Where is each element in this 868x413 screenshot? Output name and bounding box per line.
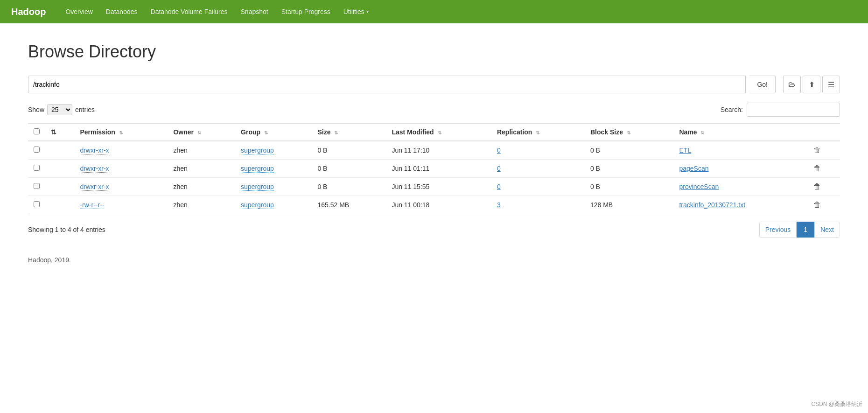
col-header-replication[interactable]: Replication ⇅ <box>491 124 585 141</box>
block-size-cell: 0 B <box>585 160 674 178</box>
name-link[interactable]: trackinfo_20130721.txt <box>679 201 745 209</box>
nav-utilities-label[interactable]: Utilities ▾ <box>337 0 375 23</box>
search-label: Search: <box>721 106 743 113</box>
name-link[interactable]: provinceScan <box>679 183 719 190</box>
table-row: drwxr-xr-xzhensupergroup0 BJun 11 15:550… <box>28 178 840 196</box>
navbar: Hadoop Overview Datanodes Datanode Volum… <box>0 0 868 23</box>
last-modified-cell: Jun 11 00:18 <box>386 196 491 214</box>
name-link[interactable]: pageScan <box>679 165 708 172</box>
select-all-header[interactable] <box>28 124 45 141</box>
entries-label: entries <box>75 106 95 113</box>
path-row: Go! 🗁 ⬆ ☰ <box>28 76 840 93</box>
nav-datanode-volume-failures[interactable]: Datanode Volume Failures <box>144 0 234 23</box>
nav-overview[interactable]: Overview <box>59 0 99 23</box>
last-modified-cell: Jun 11 15:55 <box>386 178 491 196</box>
nav-utilities-dropdown[interactable]: Utilities ▾ <box>337 0 375 23</box>
page-1-button[interactable]: 1 <box>797 222 814 238</box>
size-cell: 165.52 MB <box>312 196 386 214</box>
group-link[interactable]: supergroup <box>241 147 274 154</box>
delete-icon[interactable]: 🗑 <box>813 182 821 190</box>
row-checkbox[interactable] <box>34 165 40 171</box>
col-header-block-size[interactable]: Block Size ⇅ <box>585 124 674 141</box>
sort-icon: ⇅ <box>51 128 56 136</box>
show-entries-control: Show 10 25 50 100 entries <box>28 104 95 115</box>
upload-icon-button[interactable]: ⬆ <box>803 76 820 93</box>
delete-icon[interactable]: 🗑 <box>813 201 821 209</box>
owner-cell: zhen <box>168 178 235 196</box>
previous-button[interactable]: Previous <box>759 222 797 238</box>
col-header-group[interactable]: Group ⇅ <box>235 124 312 141</box>
delete-icon[interactable]: 🗑 <box>813 164 821 172</box>
go-button[interactable]: Go! <box>749 76 776 93</box>
showing-text: Showing 1 to 4 of 4 entries <box>28 226 105 233</box>
row-checkbox[interactable] <box>34 183 40 189</box>
sort-blocksize-icon: ⇅ <box>627 130 630 135</box>
next-button[interactable]: Next <box>814 222 840 238</box>
owner-cell: zhen <box>168 141 235 160</box>
select-all-checkbox[interactable] <box>34 128 40 134</box>
owner-cell: zhen <box>168 196 235 214</box>
size-cell: 0 B <box>312 160 386 178</box>
nav-startup-progress[interactable]: Startup Progress <box>275 0 337 23</box>
block-size-cell: 0 B <box>585 141 674 160</box>
sort-replication-icon: ⇅ <box>536 130 539 135</box>
search-input[interactable] <box>747 103 840 117</box>
table-row: -rw-r--r--zhensupergroup165.52 MBJun 11 … <box>28 196 840 214</box>
col-header-last-modified[interactable]: Last Modified ⇅ <box>386 124 491 141</box>
group-link[interactable]: supergroup <box>241 165 274 173</box>
block-size-cell: 128 MB <box>585 196 674 214</box>
folder-icon: 🗁 <box>788 80 796 89</box>
sort-name-icon: ⇅ <box>700 130 704 135</box>
name-link[interactable]: ETL <box>679 147 691 154</box>
replication-link[interactable]: 0 <box>497 183 501 190</box>
sort-permission-icon: ⇅ <box>119 130 123 135</box>
entries-select[interactable]: 10 25 50 100 <box>47 104 72 115</box>
owner-cell: zhen <box>168 160 235 178</box>
path-input[interactable] <box>28 76 746 93</box>
col-header-sort[interactable]: ⇅ <box>45 124 74 141</box>
sort-group-icon: ⇅ <box>264 130 268 135</box>
col-header-owner[interactable]: Owner ⇅ <box>168 124 235 141</box>
controls-row: Show 10 25 50 100 entries Search: <box>28 103 840 117</box>
sort-size-icon: ⇅ <box>334 130 338 135</box>
block-size-cell: 0 B <box>585 178 674 196</box>
brand-logo: Hadoop <box>11 7 46 17</box>
sort-modified-icon: ⇅ <box>438 130 441 135</box>
col-header-permission[interactable]: Permission ⇅ <box>74 124 168 141</box>
last-modified-cell: Jun 11 17:10 <box>386 141 491 160</box>
icon-button-group: 🗁 ⬆ ☰ <box>783 76 840 93</box>
row-checkbox[interactable] <box>34 201 40 207</box>
permission-link[interactable]: -rw-r--r-- <box>80 201 104 209</box>
table-row: drwxr-xr-xzhensupergroup0 BJun 11 17:100… <box>28 141 840 160</box>
replication-link[interactable]: 3 <box>497 201 501 209</box>
table-header-row: ⇅ Permission ⇅ Owner ⇅ Group ⇅ Size ⇅ <box>28 124 840 141</box>
delete-icon[interactable]: 🗑 <box>813 146 821 154</box>
chevron-down-icon: ▾ <box>366 0 369 23</box>
replication-link[interactable]: 0 <box>497 147 501 154</box>
search-control: Search: <box>721 103 840 117</box>
directory-table: ⇅ Permission ⇅ Owner ⇅ Group ⇅ Size ⇅ <box>28 123 840 214</box>
list-icon: ☰ <box>828 80 834 89</box>
nav-snapshot[interactable]: Snapshot <box>234 0 275 23</box>
group-link[interactable]: supergroup <box>241 201 274 209</box>
col-header-name[interactable]: Name ⇅ <box>673 124 807 141</box>
list-icon-button[interactable]: ☰ <box>822 76 840 93</box>
col-header-size[interactable]: Size ⇅ <box>312 124 386 141</box>
table-row: drwxr-xr-xzhensupergroup0 BJun 11 01:110… <box>28 160 840 178</box>
last-modified-cell: Jun 11 01:11 <box>386 160 491 178</box>
group-link[interactable]: supergroup <box>241 183 274 191</box>
nav-datanodes[interactable]: Datanodes <box>99 0 144 23</box>
page-title: Browse Directory <box>28 42 840 62</box>
size-cell: 0 B <box>312 141 386 160</box>
permission-link[interactable]: drwxr-xr-x <box>80 183 109 191</box>
footer-text: Hadoop, 2019. <box>28 256 840 264</box>
permission-link[interactable]: drwxr-xr-x <box>80 147 109 154</box>
row-checkbox[interactable] <box>34 147 40 153</box>
permission-link[interactable]: drwxr-xr-x <box>80 165 109 173</box>
bottom-row: Showing 1 to 4 of 4 entries Previous 1 N… <box>28 222 840 238</box>
folder-icon-button[interactable]: 🗁 <box>783 76 801 93</box>
replication-link[interactable]: 0 <box>497 165 501 172</box>
show-label: Show <box>28 106 44 113</box>
pagination: Previous 1 Next <box>759 222 840 238</box>
size-cell: 0 B <box>312 178 386 196</box>
